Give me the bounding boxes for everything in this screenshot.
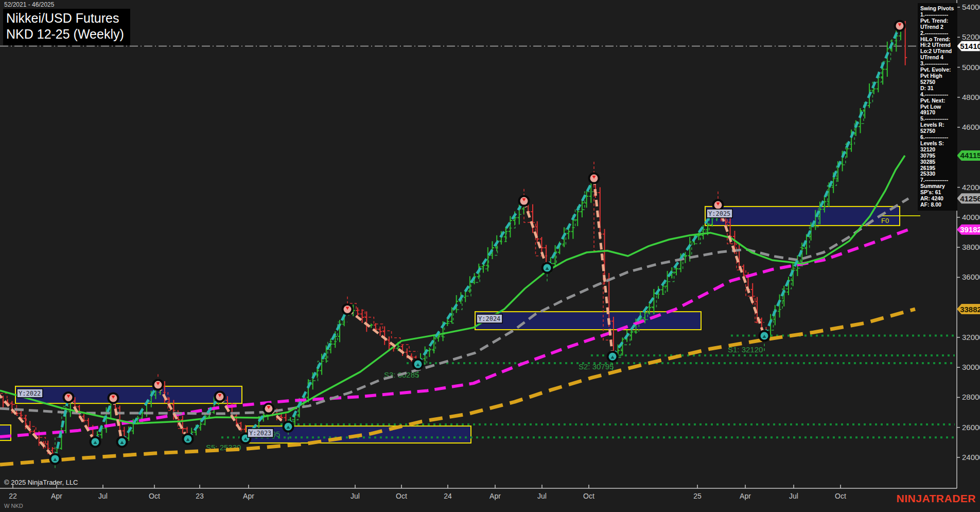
swing-line-up <box>764 26 900 336</box>
price-tick-label: 24000 <box>962 453 980 462</box>
time-tick-label: 24 <box>444 492 452 500</box>
copyright-label: © 2025 NinjaTrader, LLC <box>4 479 78 486</box>
year-label-text: Y:2025 <box>708 210 730 217</box>
price-tick-label: 40000 <box>962 213 980 221</box>
panel-line: 32120 <box>920 147 956 153</box>
chart-title-line1: Nikkei/USD Futures <box>6 10 124 26</box>
year-label-text: Y:2023 <box>249 430 271 437</box>
time-tick-label: Oct <box>149 492 160 500</box>
year-label-text: Y:2022 <box>19 390 41 397</box>
trailing-stop-up-line <box>764 41 900 351</box>
price-tick-label: 48000 <box>962 93 980 101</box>
time-tick-label: Oct <box>396 492 407 500</box>
time-tick-label: Jul <box>537 492 547 500</box>
time-tick-label: 25 <box>693 492 702 500</box>
ninjatrader-logo: NINJATRADER <box>897 492 976 505</box>
panel-line: 52750 <box>920 79 956 86</box>
panel-line: 30285 <box>920 159 956 165</box>
yearly-range-box <box>475 312 701 330</box>
year-label-text: Y:2024 <box>478 315 500 322</box>
panel-line: 2.------------- <box>920 30 956 37</box>
panel-line: AF: 8.00 <box>920 202 956 208</box>
price-tick-label: 26000 <box>962 423 980 432</box>
chart-title: Nikkei/USD Futures NKD 12-25 (Weekly) <box>3 9 130 45</box>
swing-line-down <box>68 397 95 442</box>
price-tick-label: 54000 <box>962 3 980 11</box>
yearly-range-box <box>15 386 242 403</box>
price-tick-label: 28000 <box>962 392 980 401</box>
trailing-stop-up-line <box>288 322 347 439</box>
panel-line: 4.------------- <box>920 92 956 98</box>
price-tick-label: 42000 <box>962 183 980 192</box>
time-tick-label: Oct <box>583 492 594 500</box>
time-tick-label: Apr <box>740 492 751 500</box>
time-tick-label: Jul <box>98 492 108 500</box>
panel-line: 30795 <box>920 153 956 159</box>
time-tick-label: 23 <box>196 492 204 500</box>
date-range-label: 52/2021 - 46/2025 <box>4 1 54 8</box>
swing-line-up <box>288 309 347 426</box>
trading-chart-window[interactable]: S1: 32120S2: 30795S3: 30285S4: 26195S5: … <box>0 0 980 512</box>
price-badge-value: 33882 <box>960 305 980 314</box>
time-tick-label: Apr <box>489 492 501 500</box>
chart-title-line2: NKD 12-25 (Weekly) <box>6 26 124 42</box>
panel-line: Pvt. Trend: <box>920 18 956 24</box>
price-badge-value: 39182 <box>960 225 980 234</box>
panel-line: UTrend 2 <box>920 24 956 30</box>
time-tick-label: 22 <box>9 492 17 500</box>
price-badge-value: 44115 <box>960 151 980 160</box>
price-badge-value: 41256 <box>960 194 980 203</box>
time-tick-label: Apr <box>51 492 62 500</box>
trailing-stop-down-line <box>347 297 418 352</box>
panel-line: Pvt. Next: <box>920 98 956 104</box>
time-tick-label: Oct <box>835 492 846 500</box>
price-tick-label: 46000 <box>962 123 980 131</box>
f0-level-label: F0 <box>881 217 889 225</box>
price-tick-label: 50000 <box>962 63 980 72</box>
price-tick-label: 36000 <box>962 272 980 281</box>
panel-line: D: 31 <box>920 86 956 92</box>
swing-line-down <box>524 201 547 268</box>
price-tick-label: 38000 <box>962 243 980 251</box>
swing-line-up <box>612 205 718 356</box>
time-tick-label: Jul <box>351 492 360 500</box>
time-tick-label: Apr <box>243 492 254 500</box>
ma-fast-green-line <box>0 156 905 423</box>
swing-pivots-panel: Swing Pivots1.-------------Pvt. Trend:UT… <box>918 3 957 211</box>
price-tick-label: 52000 <box>962 32 980 41</box>
price-tick-label: 30000 <box>962 363 980 371</box>
price-chart-canvas[interactable]: S1: 32120S2: 30795S3: 30285S4: 26195S5: … <box>0 0 980 512</box>
price-badge-value: 51410 <box>960 42 980 50</box>
time-tick-label: Jul <box>789 492 798 500</box>
instrument-tag: W NKD <box>4 503 23 509</box>
price-tick-label: 32000 <box>962 333 980 342</box>
